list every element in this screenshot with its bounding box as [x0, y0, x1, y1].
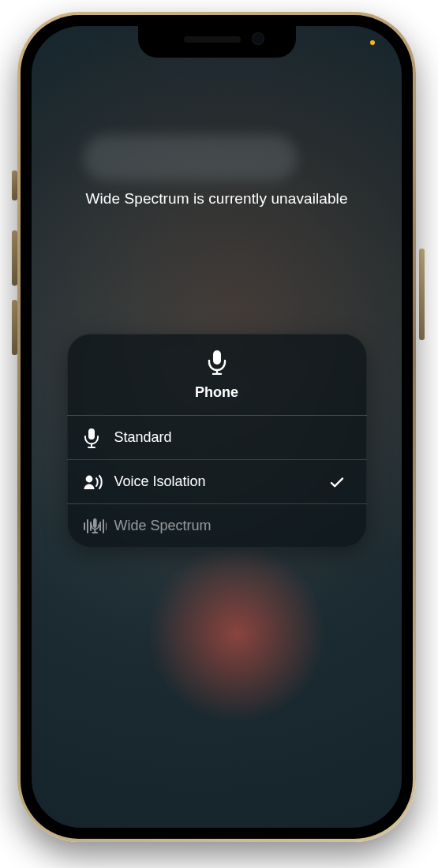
phone-frame: Wide Spectrum is currently unavailable [17, 12, 416, 842]
voice-isolation-icon [83, 473, 114, 492]
panel-title: Phone [67, 384, 367, 401]
volume-down-button [12, 300, 17, 355]
mic-active-indicator [370, 40, 375, 45]
notch [138, 26, 296, 58]
control-chip-blurred [84, 135, 297, 181]
svg-point-6 [85, 475, 92, 482]
mic-mode-option-standard[interactable]: Standard [67, 415, 367, 459]
microphone-icon [83, 428, 114, 448]
microphone-icon [207, 350, 227, 375]
svg-rect-3 [88, 428, 95, 440]
option-label: Standard [114, 429, 329, 446]
svg-rect-0 [213, 350, 221, 365]
screen: Wide Spectrum is currently unavailable [32, 26, 402, 828]
mic-mode-panel: Phone Standard [67, 334, 367, 548]
volume-up-button [12, 230, 17, 286]
wide-spectrum-icon [83, 518, 114, 535]
svg-rect-10 [93, 518, 97, 528]
mic-mode-option-wide-spectrum[interactable]: Wide Spectrum [67, 503, 367, 548]
panel-header: Phone [67, 334, 367, 415]
option-label: Wide Spectrum [114, 518, 329, 534]
checkmark-icon [329, 474, 351, 490]
option-label: Voice Isolation [114, 473, 329, 490]
mic-mode-option-voice-isolation[interactable]: Voice Isolation [67, 459, 367, 503]
mute-switch [12, 170, 17, 200]
status-message: Wide Spectrum is currently unavailable [32, 190, 402, 208]
side-button [419, 249, 425, 340]
phone-bezel: Wide Spectrum is currently unavailable [21, 15, 413, 839]
